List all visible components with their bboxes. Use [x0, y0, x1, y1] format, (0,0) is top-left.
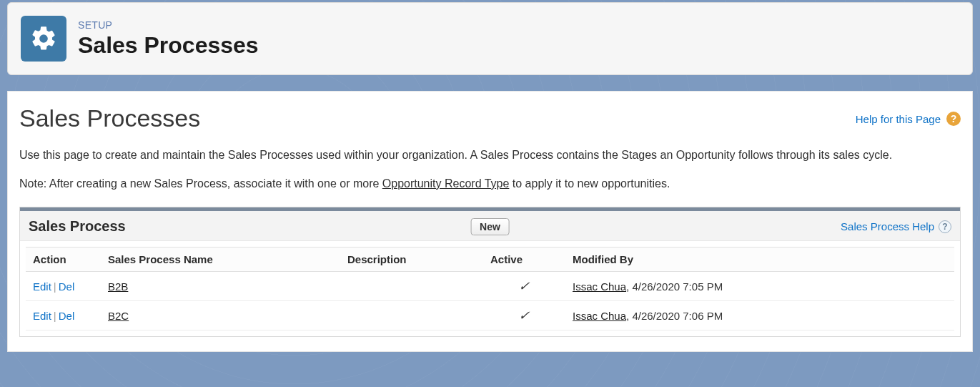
- modified-date: , 4/26/2020 7:05 PM: [626, 280, 723, 293]
- help-icon[interactable]: ?: [939, 220, 951, 233]
- action-separator: |: [54, 280, 56, 293]
- name-cell: B2C: [101, 301, 340, 330]
- action-cell: Edit|Del: [26, 272, 101, 301]
- help-page-link[interactable]: Help for this Page: [856, 113, 941, 125]
- modified-by-cell: Issac Chua, 4/26/2020 7:06 PM: [565, 301, 954, 330]
- gear-icon: [21, 16, 66, 62]
- process-name-link[interactable]: B2C: [108, 310, 129, 322]
- user-link[interactable]: Issac Chua: [573, 310, 626, 322]
- new-button[interactable]: New: [470, 218, 510, 235]
- opportunity-record-type-link[interactable]: Opportunity Record Type: [382, 177, 510, 190]
- edit-link[interactable]: Edit: [33, 310, 51, 322]
- new-button-wrap: New: [470, 218, 510, 235]
- note-prefix: Note: After creating a new Sales Process…: [19, 177, 382, 190]
- help-icon[interactable]: ?: [946, 112, 961, 126]
- description-cell: [340, 301, 483, 330]
- table-row: Edit|Del B2B ✓ Issac Chua, 4/26/2020 7:0…: [26, 272, 954, 301]
- user-link[interactable]: Issac Chua: [573, 280, 626, 293]
- table-header: Sales Process New Sales Process Help ?: [20, 211, 960, 241]
- content-heading: Sales Processes: [19, 104, 200, 132]
- col-description: Description: [340, 248, 483, 272]
- active-cell: ✓: [483, 272, 565, 301]
- col-name: Sales Process Name: [101, 248, 340, 272]
- modified-by-cell: Issac Chua, 4/26/2020 7:05 PM: [565, 272, 954, 301]
- breadcrumb: SETUP: [78, 19, 259, 31]
- check-icon: ✓: [518, 308, 530, 323]
- sales-process-table: Action Sales Process Name Description Ac…: [26, 247, 954, 330]
- col-modified-by: Modified By: [565, 248, 954, 272]
- content-card: Sales Processes Help for this Page ? Use…: [7, 91, 973, 352]
- delete-link[interactable]: Del: [59, 310, 75, 322]
- delete-link[interactable]: Del: [59, 280, 75, 293]
- intro-paragraph-2: Note: After creating a new Sales Process…: [19, 175, 961, 192]
- action-separator: |: [54, 310, 56, 322]
- sales-process-help-link[interactable]: Sales Process Help: [841, 220, 934, 232]
- table-title: Sales Process: [29, 218, 126, 235]
- name-cell: B2B: [101, 272, 340, 301]
- table-head-row: Action Sales Process Name Description Ac…: [26, 248, 954, 272]
- active-cell: ✓: [483, 301, 565, 330]
- table-row: Edit|Del B2C ✓ Issac Chua, 4/26/2020 7:0…: [26, 301, 954, 330]
- setup-header-card: SETUP Sales Processes: [7, 2, 973, 75]
- process-name-link[interactable]: B2B: [108, 280, 128, 293]
- page-help: Help for this Page ?: [856, 112, 961, 126]
- modified-date: , 4/26/2020 7:06 PM: [626, 310, 723, 322]
- page-title: Sales Processes: [78, 32, 259, 59]
- sales-process-block: Sales Process New Sales Process Help ? A…: [19, 207, 961, 337]
- action-cell: Edit|Del: [26, 301, 101, 330]
- col-active: Active: [483, 248, 565, 272]
- col-action: Action: [26, 248, 101, 272]
- header-texts: SETUP Sales Processes: [78, 19, 259, 59]
- note-suffix: to apply it to new opportunities.: [509, 177, 670, 190]
- intro-paragraph-1: Use this page to create and maintain the…: [19, 147, 961, 164]
- content-top: Sales Processes Help for this Page ?: [19, 104, 961, 147]
- edit-link[interactable]: Edit: [33, 280, 51, 293]
- check-icon: ✓: [518, 278, 530, 294]
- description-cell: [340, 272, 483, 301]
- table-help: Sales Process Help ?: [841, 220, 951, 233]
